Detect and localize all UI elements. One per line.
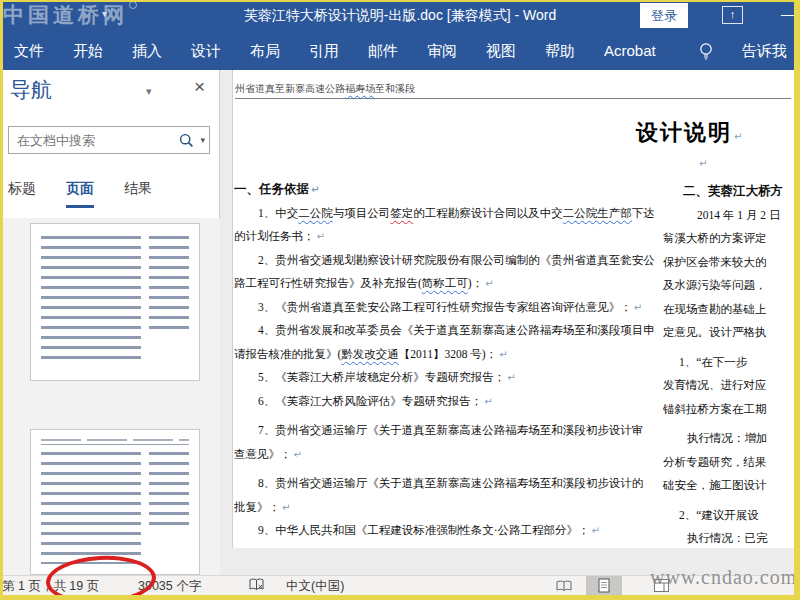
paragraph-mark: ↵ [699, 158, 707, 169]
document-text-line: 一、任务依据↵ [234, 178, 664, 202]
close-navigation-icon[interactable]: × [194, 76, 205, 98]
ribbon-tab-视图[interactable]: 视图 [486, 42, 516, 61]
lightbulb-icon [699, 42, 713, 61]
ribbon-tab-文件[interactable]: 文件 [14, 42, 44, 61]
document-text-line: 路工程可行性研究报告》及补充报告(简称工可)；↵ [234, 272, 664, 296]
document-text-line: 执行情况：增加 [663, 427, 794, 451]
language-indicator[interactable]: 中文(中国) [286, 578, 344, 595]
document-text-line: 的计划任务书；↵ [234, 225, 664, 249]
proofing-errors-icon[interactable] [248, 578, 265, 595]
ribbon-tab-Acrobat[interactable]: Acrobat [604, 42, 656, 61]
capture-border [0, 0, 800, 2]
document-text-line: 2014 年 1 月 2 日 [663, 204, 794, 228]
document-text-line: 请报告核准的批复》(黔发改交通【2011】3208 号)；↵ [234, 343, 664, 367]
page-thumbnail[interactable] [30, 223, 200, 381]
document-text-line: 1、中交二公院与项目公司签定的工程勘察设计合同以及中交二公院生产部下达 [234, 202, 664, 226]
document-title-line: 设计说明↵ [636, 118, 742, 148]
document-column-left: 一、任务依据↵1、中交二公院与项目公司签定的工程勘察设计合同以及中交二公院生产部… [234, 178, 664, 548]
capture-border [794, 0, 800, 600]
document-text-line: 执行情况：已完 [663, 527, 794, 548]
ribbon-tab-审阅[interactable]: 审阅 [427, 42, 457, 61]
tell-me-tab[interactable]: 告诉我 [742, 42, 787, 61]
thumbnail-header-line [41, 439, 189, 445]
capture-border [0, 595, 800, 600]
page-header: 州省道真至新寨高速公路福寿场至和溪段 [235, 82, 791, 99]
document-text-line: 保护区会带来较大的 [663, 251, 794, 275]
document-text-line: 2、贵州省交通规划勘察设计研究院股份有限公司编制的《贵州省道真至瓮安公 [234, 249, 664, 273]
document-area: 州省道真至新寨高速公路福寿场至和溪段 设计说明↵ ↵ 一、任务依据↵1、中交二公… [220, 70, 800, 575]
document-text-line: 及水源污染等问题， [663, 274, 794, 298]
ribbon-tab-插入[interactable]: 插入 [132, 42, 162, 61]
document-text-line: 9、中华人民共和国《工程建设标准强制性条文·公路工程部分》；↵ [234, 519, 664, 543]
search-icon[interactable] [179, 133, 194, 148]
thumbnail-text-lines [149, 236, 189, 332]
document-page[interactable]: 州省道真至新寨高速公路福寿场至和溪段 设计说明↵ ↵ 一、任务依据↵1、中交二公… [232, 70, 795, 548]
navigation-pane-title: 导航 [10, 76, 52, 104]
document-text-line: 10、交通部颁现行相关技术标准、规程、规范 [234, 543, 664, 549]
nav-tab-页面[interactable]: 页面 [66, 180, 94, 208]
capture-border [0, 0, 3, 600]
document-text-line: 6、《芙蓉江大桥风险评估》专题研究报告；↵ [234, 390, 664, 414]
ribbon-tab-引用[interactable]: 引用 [309, 42, 339, 61]
watermark-bottom-right: www.cndao.com [650, 566, 797, 589]
document-text-line: 1、“在下一步 [663, 351, 794, 375]
ribbon-tab-邮件[interactable]: 邮件 [368, 42, 398, 61]
ribbon-tab-设计[interactable]: 设计 [191, 42, 221, 61]
document-text-line: 二、芙蓉江大桥方 [663, 180, 794, 204]
document-text-line: 础安全，施工图设计 [663, 474, 794, 498]
document-text-line: 8、贵州省交通运输厅《关于道真至新寨高速公路福寿场至和溪段初步设计的 [234, 472, 664, 496]
document-text-line: 定意见。设计严格执 [663, 321, 794, 345]
page-thumbnails-panel: 8 [0, 218, 220, 575]
ribbon-tab-开始[interactable]: 开始 [73, 42, 103, 61]
document-text-line: 5、《芙蓉江大桥岸坡稳定分析》专题研究报告；↵ [234, 366, 664, 390]
print-layout-button[interactable] [586, 576, 622, 595]
document-search-box[interactable]: ▾ [8, 126, 210, 154]
document-text-line: 州省道真至新寨高速公路福寿场至和溪段 [235, 82, 791, 98]
nav-tab-标题[interactable]: 标题 [8, 180, 36, 208]
thumbnail-text-lines [41, 236, 141, 364]
ribbon-tab-bar: 文件开始插入设计布局引用邮件审阅视图帮助Acrobat 告诉我 [0, 32, 800, 70]
search-input[interactable] [15, 132, 179, 149]
word-window: ▾ 芙蓉江特大桥设计说明-出版.doc [兼容模式] - Word 登录 ↑ —… [0, 0, 800, 600]
thumbnail-text-lines [149, 452, 189, 532]
nav-tab-结果[interactable]: 结果 [124, 180, 152, 208]
ribbon-tab-帮助[interactable]: 帮助 [545, 42, 575, 61]
page-thumbnail[interactable] [30, 429, 200, 575]
document-text-line: 批复》；↵ [234, 496, 664, 520]
navigation-options-dropdown-icon[interactable]: ▾ [146, 85, 152, 98]
navigation-pane: 导航 ▾ × ▾ 标题页面结果 8 [0, 70, 220, 575]
ribbon-tab-布局[interactable]: 布局 [250, 42, 280, 61]
document-text-line: 3、《贵州省道真至瓮安公路工程可行性研究报告专家组咨询评估意见》；↵ [234, 296, 664, 320]
search-options-dropdown-icon[interactable]: ▾ [200, 135, 205, 145]
document-text-line: 在现场查勘的基础上 [663, 298, 794, 322]
document-text-line: 7、贵州省交通运输厅《关于道真至新寨高速公路福寿场至和溪段初步设计审 [234, 419, 664, 443]
ribbon-display-options-icon[interactable]: ↑ [722, 6, 743, 24]
document-text-line: 锚斜拉桥方案在工期 [663, 398, 794, 422]
paragraph-mark: ↵ [734, 131, 742, 142]
document-text-line: 4、贵州省发展和改革委员会《关于道真至新寨高速公路福寿场至和溪段项目申 [234, 319, 664, 343]
document-text-line: 分析专题研究，结果 [663, 451, 794, 475]
sign-in-button[interactable]: 登录 [640, 3, 688, 28]
document-title: 设计说明 [636, 120, 732, 145]
read-mode-button[interactable] [549, 576, 579, 595]
watermark-top-left: 中国道桥网 [3, 1, 137, 29]
document-text-line: 查意见》；↵ [234, 443, 664, 467]
thumbnail-text-lines [41, 452, 141, 564]
document-column-right: 二、芙蓉江大桥方2014 年 1 月 2 日翁溪大桥的方案评定保护区会带来较大的… [663, 180, 794, 548]
document-text-line: 2、“建议开展设 [663, 504, 794, 528]
document-text-line: 翁溪大桥的方案评定 [663, 227, 794, 251]
document-text-line: 发育情况、进行对应 [663, 374, 794, 398]
